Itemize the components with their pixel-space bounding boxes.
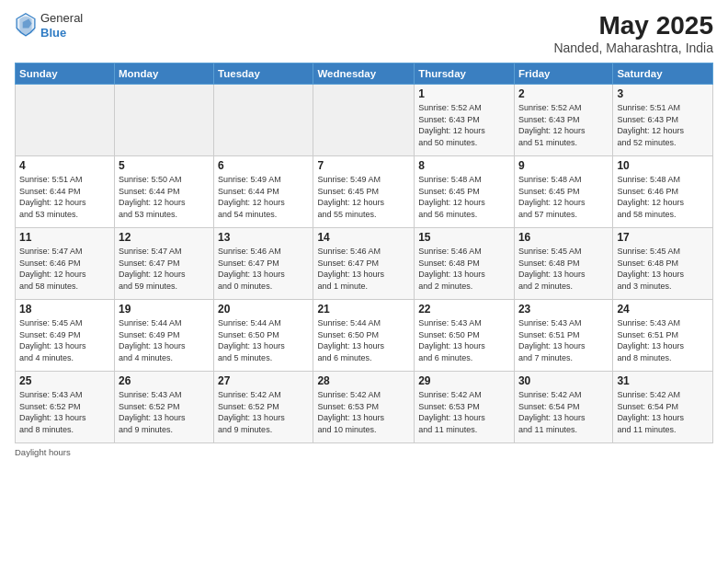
week-row-5: 25Sunrise: 5:43 AM Sunset: 6:52 PM Dayli… — [16, 372, 713, 443]
day-info-22: Sunrise: 5:43 AM Sunset: 6:50 PM Dayligh… — [418, 317, 510, 363]
day-info-24: Sunrise: 5:43 AM Sunset: 6:51 PM Dayligh… — [617, 317, 709, 363]
title-block: May 2025 Nanded, Maharashtra, India — [553, 11, 713, 55]
month-title: May 2025 — [553, 11, 713, 40]
day-info-5: Sunrise: 5:50 AM Sunset: 6:44 PM Dayligh… — [119, 174, 210, 220]
day-info-6: Sunrise: 5:49 AM Sunset: 6:44 PM Dayligh… — [218, 174, 309, 220]
day-info-12: Sunrise: 5:47 AM Sunset: 6:47 PM Dayligh… — [119, 246, 210, 292]
day-number-22: 22 — [418, 303, 510, 316]
day-number-15: 15 — [418, 231, 510, 244]
cell-4-2: 27Sunrise: 5:42 AM Sunset: 6:52 PM Dayli… — [214, 372, 313, 443]
day-number-25: 25 — [19, 374, 110, 387]
cell-4-0: 25Sunrise: 5:43 AM Sunset: 6:52 PM Dayli… — [16, 372, 115, 443]
footer-note: Daylight hours — [15, 447, 713, 457]
cell-2-3: 14Sunrise: 5:46 AM Sunset: 6:47 PM Dayli… — [313, 228, 415, 300]
day-info-3: Sunrise: 5:51 AM Sunset: 6:43 PM Dayligh… — [617, 102, 709, 148]
day-info-1: Sunrise: 5:52 AM Sunset: 6:43 PM Dayligh… — [418, 102, 510, 148]
day-number-9: 9 — [518, 159, 609, 172]
week-row-4: 18Sunrise: 5:45 AM Sunset: 6:49 PM Dayli… — [16, 300, 713, 372]
day-number-4: 4 — [19, 159, 110, 172]
cell-0-5: 2Sunrise: 5:52 AM Sunset: 6:43 PM Daylig… — [514, 85, 612, 156]
day-info-14: Sunrise: 5:46 AM Sunset: 6:47 PM Dayligh… — [317, 246, 410, 292]
week-row-2: 4Sunrise: 5:51 AM Sunset: 6:44 PM Daylig… — [16, 156, 713, 228]
cell-4-5: 30Sunrise: 5:42 AM Sunset: 6:54 PM Dayli… — [514, 372, 612, 443]
day-info-2: Sunrise: 5:52 AM Sunset: 6:43 PM Dayligh… — [518, 102, 609, 148]
day-info-15: Sunrise: 5:46 AM Sunset: 6:48 PM Dayligh… — [418, 246, 510, 292]
week-row-1: 1Sunrise: 5:52 AM Sunset: 6:43 PM Daylig… — [16, 85, 713, 156]
cell-2-1: 12Sunrise: 5:47 AM Sunset: 6:47 PM Dayli… — [114, 228, 213, 300]
cell-4-4: 29Sunrise: 5:42 AM Sunset: 6:53 PM Dayli… — [415, 372, 515, 443]
day-info-28: Sunrise: 5:42 AM Sunset: 6:53 PM Dayligh… — [317, 389, 410, 435]
cell-0-6: 3Sunrise: 5:51 AM Sunset: 6:43 PM Daylig… — [613, 85, 713, 156]
header-friday: Friday — [514, 63, 612, 85]
day-number-30: 30 — [518, 374, 609, 387]
cell-2-6: 17Sunrise: 5:45 AM Sunset: 6:48 PM Dayli… — [613, 228, 713, 300]
day-info-27: Sunrise: 5:42 AM Sunset: 6:52 PM Dayligh… — [218, 389, 309, 435]
cell-3-0: 18Sunrise: 5:45 AM Sunset: 6:49 PM Dayli… — [16, 300, 115, 372]
day-info-11: Sunrise: 5:47 AM Sunset: 6:46 PM Dayligh… — [19, 246, 110, 292]
cell-3-1: 19Sunrise: 5:44 AM Sunset: 6:49 PM Dayli… — [114, 300, 213, 372]
page: General Blue May 2025 Nanded, Maharashtr… — [0, 0, 728, 563]
day-number-13: 13 — [218, 231, 309, 244]
day-number-14: 14 — [317, 231, 410, 244]
day-info-21: Sunrise: 5:44 AM Sunset: 6:50 PM Dayligh… — [317, 317, 410, 363]
cell-4-3: 28Sunrise: 5:42 AM Sunset: 6:53 PM Dayli… — [313, 372, 415, 443]
day-number-1: 1 — [418, 87, 510, 100]
header-thursday: Thursday — [415, 63, 515, 85]
day-number-5: 5 — [119, 159, 210, 172]
cell-1-4: 8Sunrise: 5:48 AM Sunset: 6:45 PM Daylig… — [415, 156, 515, 228]
day-number-24: 24 — [617, 303, 709, 316]
day-info-17: Sunrise: 5:45 AM Sunset: 6:48 PM Dayligh… — [617, 246, 709, 292]
header-monday: Monday — [114, 63, 213, 85]
day-info-30: Sunrise: 5:42 AM Sunset: 6:54 PM Dayligh… — [518, 389, 609, 435]
cell-4-6: 31Sunrise: 5:42 AM Sunset: 6:54 PM Dayli… — [613, 372, 713, 443]
logo-general: General — [40, 11, 83, 26]
header-wednesday: Wednesday — [313, 63, 415, 85]
day-info-18: Sunrise: 5:45 AM Sunset: 6:49 PM Dayligh… — [19, 317, 110, 363]
location: Nanded, Maharashtra, India — [553, 40, 713, 55]
day-number-27: 27 — [218, 374, 309, 387]
logo-icon — [15, 13, 37, 39]
day-info-19: Sunrise: 5:44 AM Sunset: 6:49 PM Dayligh… — [119, 317, 210, 363]
calendar: SundayMondayTuesdayWednesdayThursdayFrid… — [15, 63, 713, 443]
day-info-26: Sunrise: 5:43 AM Sunset: 6:52 PM Dayligh… — [119, 389, 210, 435]
day-number-7: 7 — [317, 159, 410, 172]
day-number-10: 10 — [617, 159, 709, 172]
cell-0-2 — [214, 85, 313, 156]
day-number-16: 16 — [518, 231, 609, 244]
cell-2-4: 15Sunrise: 5:46 AM Sunset: 6:48 PM Dayli… — [415, 228, 515, 300]
cell-1-3: 7Sunrise: 5:49 AM Sunset: 6:45 PM Daylig… — [313, 156, 415, 228]
day-info-8: Sunrise: 5:48 AM Sunset: 6:45 PM Dayligh… — [418, 174, 510, 220]
cell-2-2: 13Sunrise: 5:46 AM Sunset: 6:47 PM Dayli… — [214, 228, 313, 300]
day-number-2: 2 — [518, 87, 609, 100]
day-info-31: Sunrise: 5:42 AM Sunset: 6:54 PM Dayligh… — [617, 389, 709, 435]
day-number-12: 12 — [119, 231, 210, 244]
day-info-16: Sunrise: 5:45 AM Sunset: 6:48 PM Dayligh… — [518, 246, 609, 292]
cell-3-3: 21Sunrise: 5:44 AM Sunset: 6:50 PM Dayli… — [313, 300, 415, 372]
header-saturday: Saturday — [613, 63, 713, 85]
day-number-19: 19 — [119, 303, 210, 316]
cell-3-5: 23Sunrise: 5:43 AM Sunset: 6:51 PM Dayli… — [514, 300, 612, 372]
cell-1-1: 5Sunrise: 5:50 AM Sunset: 6:44 PM Daylig… — [114, 156, 213, 228]
cell-1-0: 4Sunrise: 5:51 AM Sunset: 6:44 PM Daylig… — [16, 156, 115, 228]
day-info-13: Sunrise: 5:46 AM Sunset: 6:47 PM Dayligh… — [218, 246, 309, 292]
cell-3-4: 22Sunrise: 5:43 AM Sunset: 6:50 PM Dayli… — [415, 300, 515, 372]
cell-0-4: 1Sunrise: 5:52 AM Sunset: 6:43 PM Daylig… — [415, 85, 515, 156]
day-info-29: Sunrise: 5:42 AM Sunset: 6:53 PM Dayligh… — [418, 389, 510, 435]
day-info-4: Sunrise: 5:51 AM Sunset: 6:44 PM Dayligh… — [19, 174, 110, 220]
header-tuesday: Tuesday — [214, 63, 313, 85]
cell-0-0 — [16, 85, 115, 156]
day-number-8: 8 — [418, 159, 510, 172]
day-number-6: 6 — [218, 159, 309, 172]
day-number-17: 17 — [617, 231, 709, 244]
cell-0-1 — [114, 85, 213, 156]
week-row-3: 11Sunrise: 5:47 AM Sunset: 6:46 PM Dayli… — [16, 228, 713, 300]
header-row: SundayMondayTuesdayWednesdayThursdayFrid… — [16, 63, 713, 85]
day-info-7: Sunrise: 5:49 AM Sunset: 6:45 PM Dayligh… — [317, 174, 410, 220]
header: General Blue May 2025 Nanded, Maharashtr… — [15, 11, 713, 55]
cell-4-1: 26Sunrise: 5:43 AM Sunset: 6:52 PM Dayli… — [114, 372, 213, 443]
day-number-26: 26 — [119, 374, 210, 387]
cell-1-6: 10Sunrise: 5:48 AM Sunset: 6:46 PM Dayli… — [613, 156, 713, 228]
logo: General Blue — [15, 11, 83, 40]
cell-3-2: 20Sunrise: 5:44 AM Sunset: 6:50 PM Dayli… — [214, 300, 313, 372]
day-number-29: 29 — [418, 374, 510, 387]
